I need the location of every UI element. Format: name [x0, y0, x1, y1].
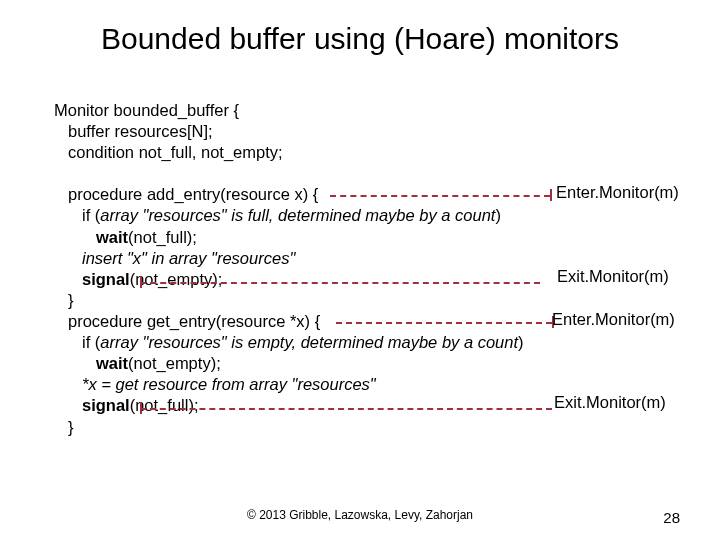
annotation-exit: Exit.Monitor(m): [557, 267, 669, 286]
dashed-line: [140, 408, 552, 410]
code-line: }: [68, 417, 524, 438]
code-line: if (array "resources" is full, determine…: [82, 205, 524, 226]
dashed-line: [336, 322, 552, 324]
code-line: *x = get resource from array "resources": [82, 374, 524, 395]
slide: Bounded buffer using (Hoare) monitors Mo…: [0, 0, 720, 540]
code-block: Monitor bounded_buffer { buffer resource…: [54, 100, 524, 438]
dashed-line: [140, 276, 142, 288]
code-line: Monitor bounded_buffer {: [54, 100, 524, 121]
code-line: }: [68, 290, 524, 311]
code-line: wait(not_empty);: [96, 353, 524, 374]
footer-copyright: © 2013 Gribble, Lazowska, Levy, Zahorjan: [0, 508, 720, 522]
code-line: signal(not_empty);: [82, 269, 524, 290]
dashed-line: [550, 189, 552, 201]
code-line: if (array "resources" is empty, determin…: [82, 332, 524, 353]
slide-title: Bounded buffer using (Hoare) monitors: [0, 22, 720, 56]
code-line: insert "x" in array "resources": [82, 248, 524, 269]
dashed-line: [330, 195, 550, 197]
dashed-line: [140, 282, 540, 284]
annotation-enter: Enter.Monitor(m): [552, 310, 675, 329]
page-number: 28: [663, 509, 680, 526]
dashed-line: [140, 402, 142, 414]
code-line: signal(not_full);: [82, 395, 524, 416]
annotation-enter: Enter.Monitor(m): [556, 183, 679, 202]
code-line: condition not_full, not_empty;: [68, 142, 524, 163]
code-line: wait(not_full);: [96, 227, 524, 248]
code-line: buffer resources[N];: [68, 121, 524, 142]
annotation-exit: Exit.Monitor(m): [554, 393, 666, 412]
